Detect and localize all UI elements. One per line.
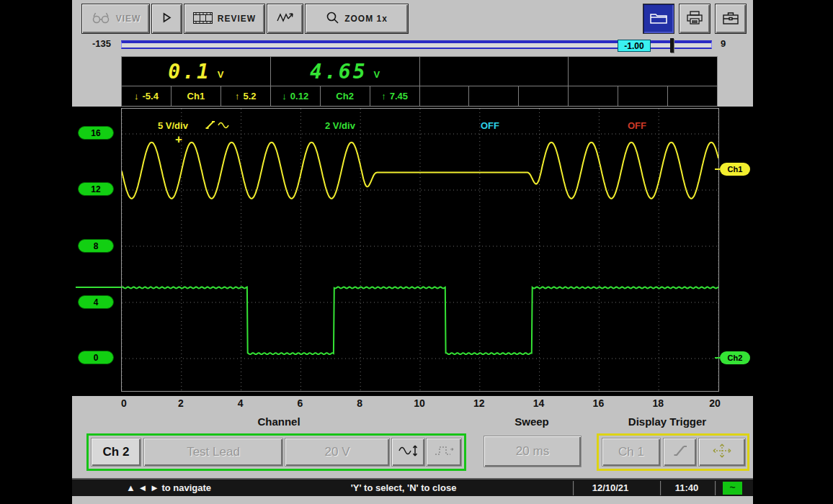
slope-icon xyxy=(673,444,687,462)
ch2-scale-label: 2 V/div xyxy=(325,120,355,131)
view-button[interactable]: VIEW xyxy=(82,4,149,33)
ch2-measurement: 4.65 V xyxy=(271,57,420,86)
move-crosshair-icon xyxy=(710,443,734,462)
down-arrow-icon: ↓ xyxy=(134,91,139,102)
navigate-hint: ▲ ◄ ► to navigate xyxy=(126,482,211,493)
ch1-measurement-unit: V xyxy=(218,69,224,80)
x-tick-label: 14 xyxy=(533,397,545,409)
dotted-pulse-icon xyxy=(434,444,454,461)
empty-cell xyxy=(469,86,519,106)
wave-vertical-arrows-icon xyxy=(398,444,418,462)
y-axis-marker-12[interactable]: 12 xyxy=(78,182,114,196)
empty-cell xyxy=(618,86,668,106)
sweep-rate-button[interactable]: 20 ms xyxy=(484,436,581,467)
scope-grid[interactable]: 5 V/div + 2 V/div OFF OFF xyxy=(121,108,719,392)
empty-cell xyxy=(668,86,717,106)
play-button[interactable] xyxy=(152,4,182,33)
ch1-name-cell: Ch1 xyxy=(172,86,221,106)
coupling-button[interactable] xyxy=(392,438,424,466)
divider xyxy=(573,481,574,495)
x-tick-label: 8 xyxy=(357,397,362,409)
ch3-state-label: OFF xyxy=(481,120,499,131)
toolbox-icon xyxy=(722,12,739,27)
magnifier-icon xyxy=(326,11,339,27)
scope-display: 16 12 8 4 0 5 V/div + 2 V/div OFF OFF Ch… xyxy=(72,107,753,396)
trigger-level-marker[interactable]: + xyxy=(175,132,182,147)
ch2-pretrigger-trace xyxy=(76,287,121,288)
review-label: REVIEW xyxy=(218,14,256,24)
y-axis-marker-8[interactable]: 8 xyxy=(78,239,114,253)
oscilloscope-app: VIEW REVIEW xyxy=(72,0,753,504)
position-left-value: -135 xyxy=(92,38,111,49)
probe-type-button[interactable]: Test Lead xyxy=(144,438,282,466)
x-tick-label: 0 xyxy=(121,397,127,409)
ch1-trace-tag[interactable]: Ch1 xyxy=(720,163,750,176)
printer-icon xyxy=(686,11,703,27)
ch2-max-cell: ↑ 7.45 xyxy=(370,86,420,106)
select-hint: 'Y' to select, 'N' to close xyxy=(351,482,457,493)
waveform-tool-button[interactable] xyxy=(267,4,303,33)
x-tick-label: 20 xyxy=(709,397,721,409)
divider xyxy=(715,481,716,495)
ch2-measurement-unit: V xyxy=(374,69,380,80)
position-cursor-value[interactable]: -1.00 xyxy=(618,40,651,52)
print-button[interactable] xyxy=(680,4,710,33)
position-thumb[interactable] xyxy=(670,38,674,53)
ch2-trace-tag[interactable]: Ch2 xyxy=(720,351,750,364)
waveform-arrow-icon xyxy=(277,12,294,26)
x-tick-label: 2 xyxy=(178,397,184,409)
sweep-section-label: Sweep xyxy=(514,415,549,428)
ch1-measurement: 0.1 V xyxy=(122,57,271,86)
range-button[interactable]: 20 V xyxy=(285,438,389,466)
ac-mode-indicator[interactable]: ~ xyxy=(723,482,742,495)
position-right-value: 9 xyxy=(721,38,726,49)
display-trigger-section-label: Display Trigger xyxy=(628,415,706,428)
x-tick-label: 10 xyxy=(414,397,425,409)
ch4-measurement xyxy=(569,57,717,86)
review-button[interactable]: REVIEW xyxy=(184,4,264,33)
trigger-slope-button[interactable] xyxy=(664,438,696,466)
y-axis-marker-4[interactable]: 4 xyxy=(78,295,114,309)
x-axis-labels: 0 2 4 6 8 10 12 14 16 18 20 xyxy=(121,397,719,410)
status-time: 11:40 xyxy=(675,482,699,493)
measurement-readout: 0.1 V 4.65 V ↓ -5.4 Ch1 ↑ 5.2 ↓ xyxy=(121,56,718,107)
ch1-max-cell: ↑ 5.2 xyxy=(221,86,271,106)
empty-cell xyxy=(420,86,470,106)
ch1-scale-label: 5 V/div xyxy=(158,120,188,131)
x-tick-label: 4 xyxy=(238,397,244,409)
position-scrollbar[interactable]: -1.00 xyxy=(121,40,712,49)
trigger-control-group: Ch 1 xyxy=(597,433,749,471)
ch2-measurement-value: 4.65 xyxy=(310,60,367,84)
y-axis-marker-0[interactable]: 0 xyxy=(78,351,114,364)
save-folder-button[interactable] xyxy=(643,4,674,33)
divider xyxy=(660,481,661,495)
trigger-source-button[interactable]: Ch 1 xyxy=(602,438,660,466)
ch1-measurement-value: 0.1 xyxy=(168,60,211,84)
empty-cell xyxy=(569,86,618,106)
zoom-label: ZOOM 1x xyxy=(344,14,388,24)
ch3-measurement xyxy=(420,57,569,86)
x-tick-label: 16 xyxy=(593,397,605,409)
empty-cell xyxy=(519,86,569,106)
ch4-state-label: OFF xyxy=(628,120,646,131)
folder-icon xyxy=(649,12,668,27)
channel-section-label: Channel xyxy=(257,415,300,428)
ch2-name-cell: Ch2 xyxy=(321,86,370,106)
toolbox-button[interactable] xyxy=(716,4,746,33)
view-label: VIEW xyxy=(116,14,141,24)
play-icon xyxy=(161,12,172,25)
trigger-position-button[interactable] xyxy=(699,438,745,466)
pulse-mode-button[interactable] xyxy=(427,438,461,466)
ch1-min-cell: ↓ -5.4 xyxy=(122,86,172,106)
zoom-button[interactable]: ZOOM 1x xyxy=(306,4,408,33)
ch2-min-cell: ↓ 0.12 xyxy=(271,86,321,106)
x-tick-label: 18 xyxy=(652,397,664,409)
channel-select-button[interactable]: Ch 2 xyxy=(92,438,141,466)
glasses-icon xyxy=(91,12,111,26)
x-tick-label: 6 xyxy=(297,397,303,409)
waveform-canvas xyxy=(122,109,718,391)
y-axis-marker-16[interactable]: 16 xyxy=(78,126,114,140)
channel-control-group: Ch 2 Test Lead 20 V xyxy=(86,433,466,471)
up-arrow-icon: ↑ xyxy=(381,91,386,102)
x-tick-label: 12 xyxy=(473,397,485,409)
